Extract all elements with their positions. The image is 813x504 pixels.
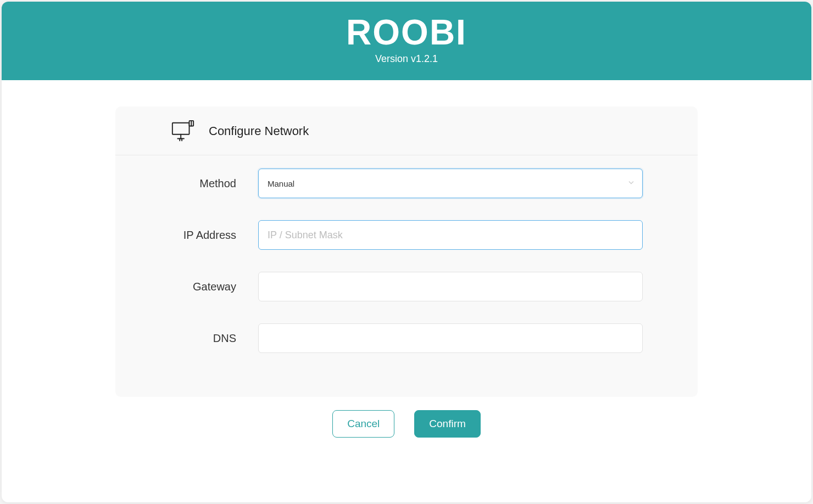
app-title: ROOBI — [2, 15, 811, 50]
ip-row: IP Address — [170, 220, 643, 250]
method-row: Method Manual — [170, 169, 643, 198]
button-row: Cancel Confirm — [2, 410, 811, 438]
method-select-value: Manual — [268, 179, 294, 188]
gateway-row: Gateway — [170, 272, 643, 301]
method-label: Method — [170, 177, 258, 190]
chevron-down-icon — [628, 180, 634, 188]
dns-row: DNS — [170, 323, 643, 353]
gateway-label: Gateway — [170, 281, 258, 293]
confirm-button[interactable]: Confirm — [414, 410, 481, 438]
dns-label: DNS — [170, 332, 258, 345]
app-container: ROOBI Version v1.2.1 Configure Network — [2, 2, 811, 502]
card-title: Configure Network — [209, 124, 309, 138]
form-body: Method Manual IP Address — [115, 155, 698, 397]
dns-input[interactable] — [258, 323, 643, 353]
ip-input[interactable] — [258, 220, 643, 250]
svg-rect-0 — [172, 123, 190, 135]
content: Configure Network Method Manual — [2, 80, 811, 457]
header: ROOBI Version v1.2.1 — [2, 2, 811, 80]
method-select[interactable]: Manual — [258, 169, 643, 198]
ip-label: IP Address — [170, 229, 258, 242]
network-computer-icon — [170, 119, 196, 144]
card-header: Configure Network — [115, 107, 698, 155]
cancel-button[interactable]: Cancel — [332, 410, 394, 438]
configure-network-card: Configure Network Method Manual — [115, 107, 698, 397]
gateway-input[interactable] — [258, 272, 643, 301]
app-version: Version v1.2.1 — [2, 53, 811, 65]
